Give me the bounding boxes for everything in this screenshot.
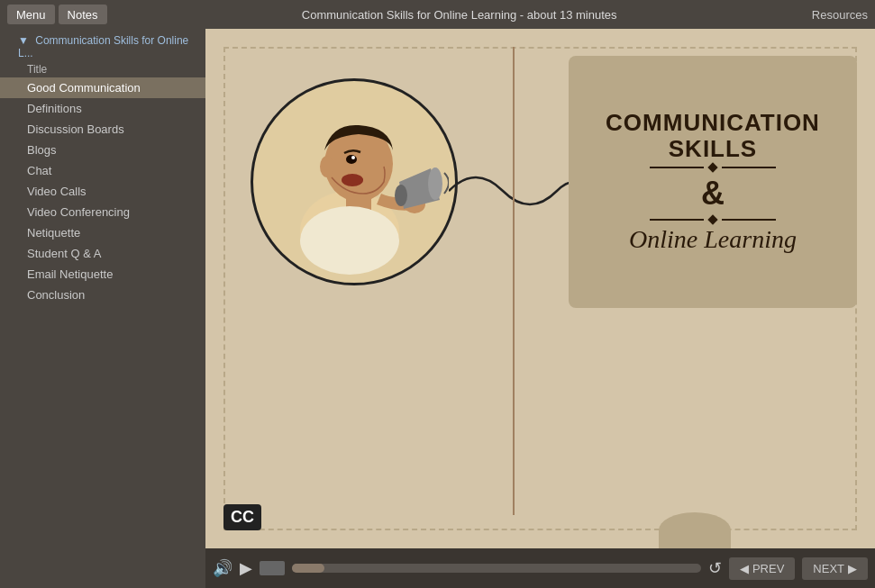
sidebar-item-student-qa[interactable]: Student Q & A	[0, 243, 205, 264]
chevron-down-icon: ▼	[18, 34, 29, 47]
next-arrow-icon: ▶	[848, 562, 857, 575]
sidebar-item-title[interactable]: Good Communication Title	[0, 61, 205, 77]
slide-title-box: COMMUNICATION SKILLS & Online Lear	[569, 56, 857, 308]
sidebar-item-conclusion[interactable]: Conclusion	[0, 285, 205, 305]
volume-icon: 🔊	[213, 558, 232, 578]
sidebar-item-email-netiquette[interactable]: Email Netiquette	[0, 264, 205, 285]
divider-line-left	[650, 167, 704, 168]
progress-bar[interactable]	[292, 564, 701, 573]
divider-diamond	[707, 162, 717, 172]
sidebar-item-video-calls[interactable]: Video Calls	[0, 181, 205, 202]
svg-point-10	[428, 167, 442, 200]
slide-divider	[650, 164, 776, 171]
cc-badge[interactable]: CC	[223, 504, 261, 530]
play-button[interactable]: ▶	[240, 558, 252, 578]
svg-point-6	[346, 155, 357, 164]
divider-line-right2	[722, 219, 776, 221]
content-area: COMMUNICATION SKILLS & Online Lear	[205, 29, 875, 588]
slide-ampersand: &	[701, 175, 725, 213]
menu-button[interactable]: Menu	[7, 5, 55, 24]
slide-divider2	[650, 216, 776, 223]
slide-vertical-line	[512, 29, 515, 533]
sidebar: ▼ Communication Skills for Online L... G…	[0, 29, 205, 588]
sidebar-item-good-communication[interactable]: Good Communication	[0, 77, 205, 98]
svg-point-3	[300, 206, 399, 275]
bottom-circle-decoration	[659, 512, 731, 548]
playbar: 🔊 ▶ ↺ ◀ PREV NEXT ▶	[205, 548, 875, 588]
divider-diamond2	[707, 214, 717, 224]
slide-area: COMMUNICATION SKILLS & Online Lear	[205, 29, 875, 548]
slide-person-circle	[251, 78, 458, 285]
sidebar-item-netiquette[interactable]: Netiquette	[0, 222, 205, 243]
svg-point-7	[351, 156, 355, 159]
sidebar-item-definitions[interactable]: Definitions	[0, 98, 205, 119]
presentation-title: Communication Skills for Online Learning…	[111, 8, 808, 22]
resources-button[interactable]: Resources	[812, 8, 868, 22]
divider-line-left2	[650, 219, 704, 221]
slide-indicator	[260, 561, 285, 575]
sidebar-item-blogs[interactable]: Blogs	[0, 140, 205, 160]
slide-title-line1: COMMUNICATION SKILLS	[587, 110, 839, 161]
main-area: ▼ Communication Skills for Online L... G…	[0, 29, 875, 588]
sidebar-item-chat[interactable]: Chat	[0, 160, 205, 181]
divider-line-right	[722, 167, 776, 168]
notes-button[interactable]: Notes	[59, 5, 107, 24]
sidebar-course-item[interactable]: ▼ Communication Skills for Online L...	[0, 29, 205, 61]
next-button[interactable]: NEXT ▶	[802, 557, 868, 580]
person-speaking-illustration	[260, 87, 449, 276]
slide-background: COMMUNICATION SKILLS & Online Lear	[205, 29, 875, 548]
svg-point-4	[320, 156, 334, 177]
play-icon: ▶	[240, 558, 252, 578]
slide-title-line2: Online Learning	[629, 225, 797, 254]
prev-button[interactable]: ◀ PREV	[729, 557, 795, 580]
progress-bar-fill	[292, 564, 324, 573]
volume-button[interactable]: 🔊	[213, 558, 232, 578]
top-bar: Menu Notes Communication Skills for Onli…	[0, 0, 875, 29]
svg-point-5	[342, 174, 363, 186]
replay-icon: ↺	[708, 559, 722, 577]
svg-point-9	[395, 185, 407, 206]
replay-button[interactable]: ↺	[708, 558, 722, 578]
sidebar-item-video-conferencing[interactable]: Video Conferencing	[0, 202, 205, 222]
prev-arrow-icon: ◀	[740, 562, 749, 575]
sidebar-item-discussion-boards[interactable]: Discussion Boards	[0, 119, 205, 140]
